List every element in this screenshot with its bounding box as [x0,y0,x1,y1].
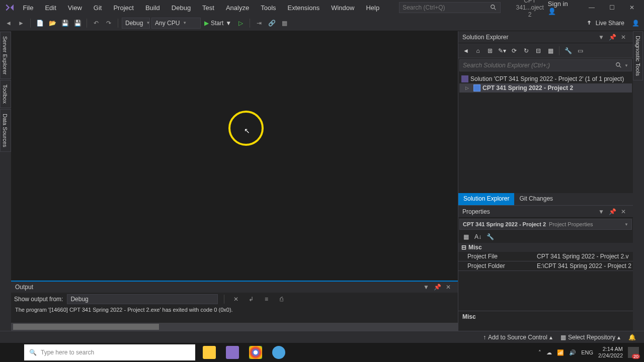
pin-button[interactable]: 📌 [607,206,618,217]
config-dropdown[interactable]: Debug▼ [122,18,150,29]
menu-project[interactable]: Project [108,2,139,14]
browser-link-button[interactable]: 🔗 [266,18,277,29]
editor-surface: ↖ [11,31,458,281]
wrap-button[interactable]: ↲ [246,294,257,305]
menu-view[interactable]: View [62,2,88,14]
output-hscrollbar[interactable] [11,323,458,331]
menu-git[interactable]: Git [88,2,108,14]
tray-chevron-icon[interactable]: ˄ [538,349,541,356]
select-repository-button[interactable]: ▦ Select Repository ▴ [556,334,624,341]
home-button[interactable]: ⌂ [472,45,484,56]
show-all-button[interactable]: ▦ [545,45,556,56]
close-panel-button[interactable]: ✕ [618,206,629,217]
window-position-button[interactable]: ▼ [596,32,607,43]
global-search-input[interactable] [403,4,490,11]
menu-debug[interactable]: Debug [166,2,196,14]
maximize-button[interactable]: ☐ [602,1,622,15]
window-position-button[interactable]: ▼ [421,282,432,293]
prop-project-file[interactable]: Project File CPT 341 Spring 2022 - Proje… [458,252,633,261]
collapse-button[interactable]: ⊟ [533,45,544,56]
properties-button[interactable]: 🔧 [562,45,574,56]
properties-grid[interactable]: ⊟Misc Project File CPT 341 Spring 2022 -… [458,243,633,311]
global-search[interactable] [399,2,501,13]
share-icon [586,20,593,27]
undo-button[interactable]: ↶ [91,18,102,29]
category-misc[interactable]: ⊟Misc [458,243,633,252]
tab-git-changes[interactable]: Git Changes [514,193,558,205]
file-explorer-app[interactable] [198,343,220,362]
close-panel-button[interactable]: ✕ [618,32,629,43]
prop-project-folder[interactable]: Project Folder E:\CPT 341 Spring 2022 - … [458,261,633,271]
sign-in-button[interactable]: Sign in 👤 [544,0,574,17]
open-button[interactable]: 📂 [47,18,58,29]
menu-help[interactable]: Help [360,2,385,14]
notifications-button[interactable]: 🔔 [624,334,640,341]
step-button[interactable]: ⇥ [254,18,265,29]
preview-button[interactable]: ▭ [575,45,586,56]
layout-button[interactable]: ▦ [279,18,290,29]
close-button[interactable]: ✕ [622,1,642,15]
menu-test[interactable]: Test [197,2,220,14]
add-source-control-button[interactable]: ↑ Add to Source Control ▴ [479,334,556,341]
menu-file[interactable]: File [17,2,39,14]
switch-views-button[interactable]: ⊞ [485,45,496,56]
property-pages-button[interactable]: 🔧 [485,231,496,242]
tab-solution-explorer[interactable]: Solution Explorer [458,193,514,205]
pending-changes-button[interactable]: ✎▾ [497,45,508,56]
wifi-icon[interactable]: 📶 [557,349,564,356]
close-panel-button[interactable]: ✕ [443,282,454,293]
output-text[interactable]: The program '[14660] CPT 341 Spring 2022… [11,306,458,323]
output-opt1-button[interactable]: ≡ [261,294,272,305]
refresh-button[interactable]: ↻ [521,45,532,56]
alphabetical-button[interactable]: A↓ [472,231,484,242]
menu-tools[interactable]: Tools [255,2,281,14]
volume-icon[interactable]: 🔊 [569,349,576,356]
menu-edit[interactable]: Edit [39,2,61,14]
start-debug-button[interactable]: ▶Start▼ [202,18,233,29]
start-nodebug-button[interactable]: ▷ [235,18,246,29]
nav-back-button[interactable]: ◄ [3,18,14,29]
menu-build[interactable]: Build [140,2,166,14]
minimize-button[interactable]: — [582,1,602,15]
project-node[interactable]: ▷ CPT 341 Spring 2022 - Project 2 [459,83,632,93]
back-button[interactable]: ◄ [460,45,471,56]
save-all-button[interactable]: 💾 [72,18,83,29]
new-project-button[interactable]: 📄 [34,18,45,29]
chrome-app[interactable] [245,343,267,362]
feedback-button[interactable]: 👤 [630,18,641,29]
data-sources-tab[interactable]: Data Sources [0,109,11,152]
properties-toolbar: ▦ A↓ 🔧 [458,231,633,243]
menu-analyze[interactable]: Analyze [220,2,255,14]
chevron-right-icon[interactable]: ▷ [465,85,471,90]
recorder-app[interactable] [268,343,290,362]
clock[interactable]: 2:14 AM 2/24/2022 [598,346,623,359]
clear-output-button[interactable]: ✕ [230,294,242,305]
output-source-dropdown[interactable]: Debug [67,294,218,304]
sync-button[interactable]: ⟳ [509,45,520,56]
action-center-button[interactable]: 20 [628,347,639,358]
taskbar-search[interactable]: 🔍 Type here to search [24,344,195,360]
visual-studio-app[interactable] [221,343,244,362]
redo-button[interactable]: ↷ [103,18,114,29]
window-position-button[interactable]: ▼ [596,206,607,217]
onedrive-icon[interactable]: ☁ [546,349,552,356]
nav-fwd-button[interactable]: ► [16,18,27,29]
language-indicator[interactable]: ENG [581,349,593,355]
pin-button[interactable]: 📌 [432,282,443,293]
solution-search-input[interactable] [463,62,615,69]
toolbox-tab[interactable]: Toolbox [0,80,11,108]
menu-extensions[interactable]: Extensions [282,2,326,14]
live-share-button[interactable]: Live Share [582,20,628,27]
solution-node[interactable]: Solution 'CPT 341 Spring 2022 - Project … [459,74,632,83]
server-explorer-tab[interactable]: Server Explorer [0,32,11,79]
categorized-button[interactable]: ▦ [460,231,471,242]
output-opt2-button[interactable]: ⎙ [276,294,287,305]
platform-dropdown[interactable]: Any CPU▼ [151,18,201,29]
properties-subject[interactable]: CPT 341 Spring 2022 - Project 2 Project … [459,219,632,230]
pin-button[interactable]: 📌 [607,32,618,43]
menu-window[interactable]: Window [326,2,360,14]
diagnostic-tools-tab[interactable]: Diagnostic Tools [633,31,643,80]
solution-search[interactable]: ▼ [459,59,632,71]
solution-tree[interactable]: Solution 'CPT 341 Spring 2022 - Project … [458,72,633,193]
save-button[interactable]: 💾 [59,18,70,29]
